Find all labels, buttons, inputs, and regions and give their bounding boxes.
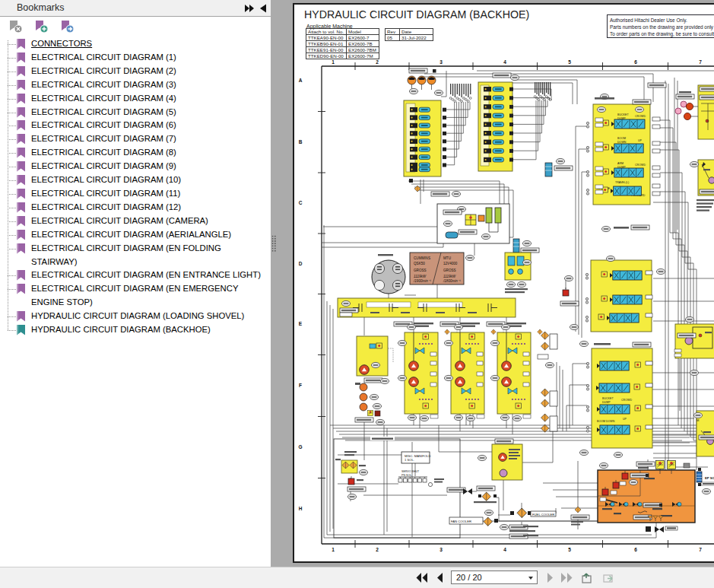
svg-text:CROWD: CROWD <box>635 164 646 167</box>
tree-guide-line <box>8 221 16 222</box>
spool-valve <box>611 119 645 129</box>
last-page-button[interactable] <box>560 571 573 584</box>
first-page-button[interactable] <box>415 571 429 584</box>
bookmark-label: ELECTRICAL CIRCUIT DIAGRAM (11) <box>31 187 180 201</box>
bookmark-icon <box>16 52 26 63</box>
hydraulic-oil-tank <box>598 470 695 523</box>
svg-text:BUCKET: BUCKET <box>602 397 614 400</box>
bookmark-label: ELECTRICAL CIRCUIT DIAGRAM (EN ENTRANCE … <box>31 269 261 282</box>
bookmark-label: ELECTRICAL CIRCUIT DIAGRAM (9) <box>31 160 176 173</box>
bookmark-icon <box>16 189 26 199</box>
svg-text:CROWD: CROWD <box>635 115 646 118</box>
previous-view-button[interactable] <box>579 571 593 584</box>
grid-column-label: 4 <box>503 59 506 65</box>
combobox-caret-icon <box>528 577 533 580</box>
relief-valve <box>560 278 579 306</box>
main-pump-modules <box>394 322 542 421</box>
tree-guide-line <box>8 44 16 45</box>
bookmark-icon <box>16 230 26 240</box>
bookmark-item[interactable]: ELECTRICAL CIRCUIT DIAGRAM (EN EMERGENCY… <box>0 282 268 310</box>
svg-text:1 SOL.: 1 SOL. <box>405 458 414 462</box>
bookmark-item[interactable]: ELECTRICAL CIRCUIT DIAGRAM (1) <box>0 51 268 65</box>
bookmark-item[interactable]: ELECTRICAL CIRCUIT DIAGRAM (EN ENTRANCE … <box>0 269 268 282</box>
bookmark-icon <box>16 94 26 104</box>
svg-text:DOWN: DOWN <box>617 141 627 144</box>
bookmark-icon <box>16 148 26 158</box>
bookmarks-panel: Bookmarks <box>0 0 271 567</box>
document-viewport[interactable]: HYDRAULIC CIRCUIT DIAGRAM (BACKHOE) Appl… <box>293 0 714 567</box>
previous-page-button[interactable] <box>433 571 447 584</box>
bookmark-item[interactable]: ELECTRICAL CIRCUIT DIAGRAM (12) <box>0 201 268 215</box>
bookmark-item[interactable]: ELECTRICAL CIRCUIT DIAGRAM (EN FOLDING S… <box>0 242 268 269</box>
svg-text:1119kW: 1119kW <box>414 275 427 278</box>
spool-valve <box>610 295 642 304</box>
tree-guide-line <box>8 289 16 290</box>
bookmark-item[interactable]: ELECTRICAL CIRCUIT DIAGRAM (7) <box>0 132 268 146</box>
tree-guide-line <box>8 180 16 181</box>
grid-row-label: H <box>299 506 303 511</box>
bookmark-label: ELECTRICAL CIRCUIT DIAGRAM (EN FOLDING S… <box>31 242 263 269</box>
bookmark-label: ELECTRICAL CIRCUIT DIAGRAM (5) <box>31 106 176 119</box>
delete-bookmark-icon[interactable] <box>8 20 23 33</box>
trans-lube-unit <box>505 253 531 293</box>
bookmark-item[interactable]: HYDRAULIC CIRCUIT DIAGRAM (LOADING SHOVE… <box>0 310 268 323</box>
bookmark-label: ELECTRICAL CIRCUIT DIAGRAM (12) <box>31 201 181 215</box>
bookmark-item[interactable]: ELECTRICAL CIRCUIT DIAGRAM (5) <box>0 106 268 119</box>
bookmark-label: ELECTRICAL CIRCUIT DIAGRAM (7) <box>31 132 176 146</box>
spool-valve <box>597 425 630 434</box>
grid-column-label: 6 <box>634 547 637 552</box>
bookmark-item[interactable]: ELECTRICAL CIRCUIT DIAGRAM (4) <box>0 92 268 106</box>
bookmark-icon <box>16 284 26 294</box>
double-chevron-right-icon[interactable] <box>243 3 255 14</box>
spool-valve <box>611 186 641 195</box>
bookmark-label: ELECTRICAL CIRCUIT DIAGRAM (4) <box>31 92 176 106</box>
main-pump-module <box>394 322 449 421</box>
bookmark-label: HYDRAULIC CIRCUIT DIAGRAM (BACKHOE) <box>31 323 211 337</box>
grid-column-label: 3 <box>440 547 443 552</box>
bookmark-item[interactable]: ELECTRICAL CIRCUIT DIAGRAM (2) <box>0 65 268 78</box>
grid-column-label: 1 <box>332 59 335 65</box>
tree-guide-line <box>8 72 16 72</box>
splitter-drag-handle[interactable] <box>271 235 277 253</box>
tree-guide-line <box>8 113 16 113</box>
grid-row-label: E <box>299 321 303 326</box>
svg-text:CUMMINS: CUMMINS <box>414 256 430 260</box>
pilot-accumulator-unit <box>513 239 539 253</box>
bookmark-label: ELECTRICAL CIRCUIT DIAGRAM (CAMERA) <box>31 215 208 228</box>
bookmark-item[interactable]: ELECTRICAL CIRCUIT DIAGRAM (9) <box>0 160 268 173</box>
svg-text:GROSS: GROSS <box>414 269 427 272</box>
pdf-viewer-app: Bookmarks <box>0 0 714 588</box>
next-view-button[interactable] <box>601 571 615 584</box>
svg-text:1119kW: 1119kW <box>443 275 456 278</box>
tree-guide-line <box>8 167 16 167</box>
goto-bookmark-icon[interactable] <box>60 20 75 33</box>
svg-text:CROWD: CROWD <box>621 399 632 402</box>
grid-column-label: 2 <box>376 59 379 65</box>
collapse-panel-icon[interactable] <box>259 3 268 14</box>
bookmark-item[interactable]: ELECTRICAL CIRCUIT DIAGRAM (CAMERA) <box>0 215 268 228</box>
bookmark-item[interactable]: ELECTRICAL CIRCUIT DIAGRAM (11) <box>0 187 268 201</box>
page-navigation-toolbar: 20 / 20 <box>0 567 714 588</box>
grid-column-label: 2 <box>376 547 379 552</box>
page-number-combobox[interactable]: 20 / 20 <box>451 571 538 584</box>
bookmark-item[interactable]: ELECTRICAL CIRCUIT DIAGRAM (3) <box>0 78 268 92</box>
add-bookmark-icon[interactable] <box>34 20 49 33</box>
bookmark-item[interactable]: ELECTRICAL CIRCUIT DIAGRAM (AERIALANGLE) <box>0 228 268 242</box>
svg-text:BUCKET: BUCKET <box>617 113 629 116</box>
spool-valve <box>597 361 629 370</box>
bookmark-item[interactable]: ELECTRICAL CIRCUIT DIAGRAM (10) <box>0 173 268 187</box>
bookmark-icon <box>16 243 26 254</box>
tree-guide-line <box>8 153 16 154</box>
servo-shut-terminals <box>398 477 427 482</box>
bookmark-item[interactable]: CONNECTORS <box>0 37 268 51</box>
bookmark-icon <box>16 202 26 213</box>
bookmark-item[interactable]: HYDRAULIC CIRCUIT DIAGRAM (BACKHOE) <box>0 323 268 337</box>
check-valve-columns <box>538 332 557 432</box>
svg-text:SERVO SHUT: SERVO SHUT <box>401 470 420 473</box>
bookmark-item[interactable]: ELECTRICAL CIRCUIT DIAGRAM (6) <box>0 119 268 132</box>
panel-splitter[interactable] <box>271 0 293 567</box>
next-page-button[interactable] <box>543 571 557 584</box>
svg-text:ARM: ARM <box>617 162 624 165</box>
bookmark-label: ELECTRICAL CIRCUIT DIAGRAM (EN EMERGENCY… <box>31 282 263 310</box>
bookmark-item[interactable]: ELECTRICAL CIRCUIT DIAGRAM (8) <box>0 146 268 160</box>
